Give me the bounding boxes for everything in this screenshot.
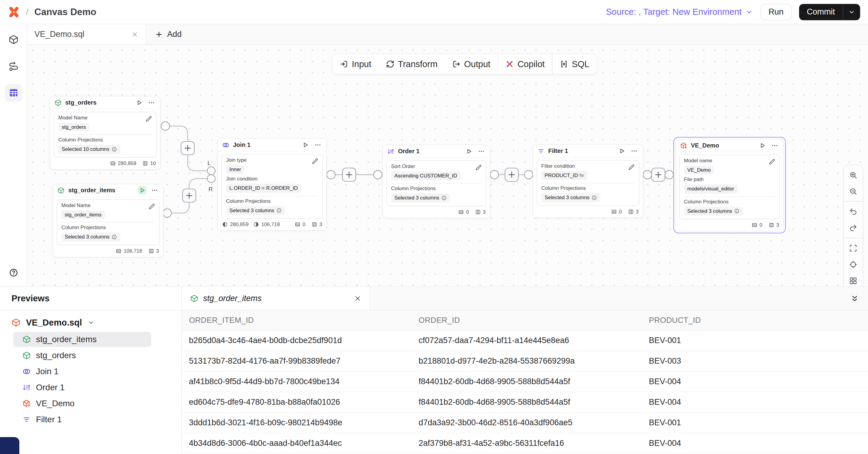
- node-title: stg_order_items: [68, 187, 116, 194]
- node-play-button[interactable]: [138, 186, 147, 195]
- edit-icon[interactable]: [628, 164, 635, 171]
- zoom-out-button[interactable]: [846, 184, 861, 199]
- node-stg-order-items[interactable]: stg_order_items Model Name stg_order_ite…: [53, 184, 163, 257]
- chevron-down-icon[interactable]: [87, 319, 95, 326]
- node-config-card: Model Name stg_order_items Column Projec…: [57, 200, 160, 245]
- environment-selector[interactable]: Source: , Target: New Environment: [606, 7, 753, 17]
- tree-item-stg-orders[interactable]: stg_orders: [13, 348, 151, 363]
- tree-item-ve-demo[interactable]: VE_Demo: [13, 396, 151, 411]
- table-cell: b218801d-d977-4e2b-a284-55387669299a: [411, 356, 642, 366]
- column-count: 10: [150, 160, 156, 167]
- row-count: 0: [760, 222, 762, 228]
- input-port[interactable]: [374, 171, 382, 179]
- tree-item-stg-order-items[interactable]: stg_order_items: [13, 332, 151, 347]
- field-value-chip: VE_Demo: [684, 165, 714, 174]
- input-port-left[interactable]: [207, 167, 215, 175]
- rail-pipeline-button[interactable]: [5, 57, 22, 75]
- app-logo-icon[interactable]: [8, 6, 20, 18]
- node-play-button[interactable]: [617, 147, 626, 155]
- rail-table-button[interactable]: [5, 84, 22, 101]
- tree-item-filter-1[interactable]: Filter 1: [13, 412, 151, 427]
- info-icon[interactable]: [112, 234, 117, 240]
- center-view-button[interactable]: [846, 257, 861, 272]
- edit-icon[interactable]: [769, 158, 775, 165]
- node-play-button[interactable]: [135, 98, 144, 107]
- node-menu-button[interactable]: [313, 141, 322, 149]
- table-cell: 513173b7-82d4-4176-aa7f-99b8389fede7: [182, 356, 411, 366]
- input-port[interactable]: [524, 171, 533, 179]
- chevron-down-icon: [848, 8, 855, 16]
- fit-view-button[interactable]: [846, 241, 861, 256]
- node-play-button[interactable]: [301, 141, 310, 149]
- node-play-button[interactable]: [465, 147, 473, 156]
- output-port[interactable]: [490, 171, 499, 179]
- commit-dropdown-button[interactable]: [843, 4, 860, 20]
- row-count: 106,718: [124, 248, 142, 254]
- info-icon[interactable]: [734, 208, 740, 214]
- zoom-in-button[interactable]: [846, 168, 861, 183]
- toolbar-input-button[interactable]: Input: [333, 54, 379, 74]
- node-menu-button[interactable]: [770, 141, 779, 150]
- input-port[interactable]: [665, 171, 673, 179]
- run-button[interactable]: Run: [761, 4, 792, 20]
- chat-widget[interactable]: [0, 437, 19, 454]
- ellipsis-icon: [314, 142, 321, 148]
- undo-button[interactable]: [846, 204, 861, 219]
- tab-ve-demo-sql[interactable]: VE_Demo.sql: [27, 24, 146, 44]
- card-divider: [58, 134, 152, 135]
- node-menu-button[interactable]: [150, 186, 159, 195]
- toolbar-sql-button[interactable]: SQL: [553, 54, 597, 74]
- editor-tab-bar: VE_Demo.sql Add: [27, 24, 868, 45]
- output-port[interactable]: [643, 171, 652, 179]
- input-port-right[interactable]: [207, 175, 215, 183]
- node-filter-1[interactable]: Filter 1 Filter condition PRODUCT_ID != …: [533, 145, 643, 218]
- canvas-controls: [843, 165, 863, 286]
- tab-close-button[interactable]: [131, 31, 138, 38]
- rail-models-button[interactable]: [5, 31, 22, 48]
- collapse-panel-button[interactable]: [850, 294, 859, 303]
- node-menu-button[interactable]: [477, 147, 486, 156]
- toolbar-output-button[interactable]: Output: [445, 54, 498, 74]
- rows-icon: [295, 221, 301, 227]
- output-port[interactable]: [163, 209, 172, 217]
- info-icon[interactable]: [441, 195, 447, 201]
- info-icon[interactable]: [591, 195, 597, 201]
- app-window: / Canvas Demo Source: , Target: New Envi…: [0, 0, 868, 454]
- edit-icon[interactable]: [148, 203, 155, 210]
- input-icon: [340, 60, 348, 68]
- redo-button[interactable]: [846, 220, 861, 236]
- table-cell: b265d0a4-3c46-4ae4-b0db-dcbe25df901d: [182, 336, 411, 345]
- preview-tab-close-button[interactable]: [354, 295, 362, 302]
- tree-root-ve-demo-sql[interactable]: VE_Demo.sql: [0, 314, 181, 331]
- columns-icon: [628, 209, 634, 215]
- table-cell: ed604c75-dfe9-4780-81ba-b88a0fa01026: [182, 397, 411, 407]
- preview-tab-stg-order-items[interactable]: stg_order_items: [182, 287, 370, 310]
- info-icon[interactable]: [112, 147, 117, 152]
- port-label-right: R: [209, 186, 213, 192]
- node-play-button[interactable]: [758, 141, 767, 150]
- toolbar-transform-button[interactable]: Transform: [379, 54, 445, 74]
- tree-item-order-1[interactable]: Order 1: [13, 380, 151, 395]
- help-button[interactable]: [9, 268, 19, 277]
- toolbar-copilot-button[interactable]: Copilot: [498, 54, 552, 74]
- output-port[interactable]: [161, 122, 169, 130]
- canvas[interactable]: L R Input Transform: [27, 45, 868, 286]
- edit-icon[interactable]: [475, 164, 482, 171]
- edit-icon[interactable]: [145, 116, 152, 122]
- tree-item-join-1[interactable]: Join 1: [13, 364, 151, 379]
- play-icon: [759, 142, 766, 149]
- field-value-chip: Inner: [226, 165, 245, 174]
- node-menu-button[interactable]: [630, 147, 639, 155]
- node-stg-orders[interactable]: stg_orders Model Name stg_orders Column …: [50, 96, 160, 170]
- output-port[interactable]: [327, 171, 335, 179]
- node-join-1[interactable]: Join 1 Join type Inner Join condition L.…: [218, 139, 327, 231]
- node-ve-demo[interactable]: VE_Demo Model name VE_Demo File path mod: [676, 139, 784, 231]
- add-tab-button[interactable]: Add: [146, 24, 191, 44]
- info-icon[interactable]: [276, 208, 282, 213]
- node-menu-button[interactable]: [147, 98, 156, 107]
- commit-button[interactable]: Commit: [799, 4, 843, 20]
- left-rail: [0, 24, 27, 286]
- node-order-1[interactable]: Order 1 Sort Order Ascending CUSTOMER_ID…: [383, 145, 490, 218]
- layout-button[interactable]: [846, 273, 861, 286]
- edit-icon[interactable]: [312, 158, 318, 164]
